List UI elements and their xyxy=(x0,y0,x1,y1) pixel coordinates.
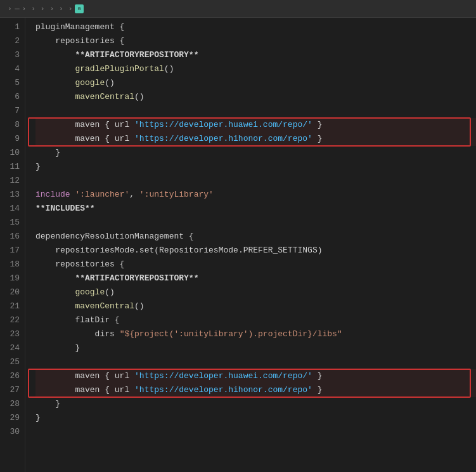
code-line-19: **ARTIFACTORYREPOSITORY** xyxy=(35,272,476,285)
line-num-13: 13 xyxy=(0,188,25,202)
code-line-30 xyxy=(35,425,476,439)
line-num-28: 28 xyxy=(0,397,25,411)
line-num-4: 4 xyxy=(0,62,25,76)
line-num-22: 22 xyxy=(0,313,25,327)
code-line-25 xyxy=(35,355,476,369)
breadcrumb-placeholder xyxy=(15,8,20,10)
code-line-21: mavenCentral() xyxy=(35,299,476,313)
code-line-26: maven { url 'https://developer.huawei.co… xyxy=(35,369,476,383)
code-line-15 xyxy=(35,216,476,230)
breadcrumb-file: G xyxy=(75,4,86,13)
line-num-27: 27 xyxy=(0,383,25,397)
code-line-12 xyxy=(35,174,476,188)
line-num-15: 15 xyxy=(0,216,25,230)
breadcrumb-sep-4: › xyxy=(49,5,54,13)
code-line-16: dependencyResolutionManagement { xyxy=(35,230,476,244)
code-area[interactable]: pluginManagement { repositories { **ARTI… xyxy=(25,18,476,472)
code-line-17: repositoriesMode.set(RepositoriesMode.PR… xyxy=(35,244,476,258)
code-line-28: } xyxy=(35,397,476,411)
line-num-5: 5 xyxy=(0,76,25,90)
code-line-13: include ':launcher', ':unityLibrary' xyxy=(35,188,476,202)
code-line-23: dirs "${project(':unityLibrary').project… xyxy=(35,327,476,341)
editor-area: 1234567891011121314151617181920212223242… xyxy=(0,18,476,472)
breadcrumb-sep-5: › xyxy=(59,5,63,13)
breadcrumb-sep-3: › xyxy=(41,5,45,13)
line-num-30: 30 xyxy=(0,425,25,439)
code-line-9: maven { url 'https://developer.hihonor.c… xyxy=(35,132,476,146)
breadcrumb-sep-1: › xyxy=(22,5,27,13)
code-line-1: pluginManagement { xyxy=(35,20,476,34)
code-line-27: maven { url 'https://developer.hihonor.c… xyxy=(35,383,476,397)
code-line-11: } xyxy=(35,160,476,174)
breadcrumb-sep-6: › xyxy=(68,5,73,13)
line-num-20: 20 xyxy=(0,285,25,299)
line-num-21: 21 xyxy=(0,299,25,313)
line-num-7: 7 xyxy=(0,104,25,118)
line-numbers: 1234567891011121314151617181920212223242… xyxy=(0,18,25,472)
line-num-19: 19 xyxy=(0,272,25,285)
breadcrumb-sep-0: › xyxy=(8,5,12,13)
line-num-2: 2 xyxy=(0,34,25,48)
line-num-29: 29 xyxy=(0,411,25,425)
code-line-2: repositories { xyxy=(35,34,476,48)
line-num-1: 1 xyxy=(0,20,25,34)
code-line-6: mavenCentral() xyxy=(35,90,476,104)
code-line-22: flatDir { xyxy=(35,313,476,327)
line-num-26: 26 xyxy=(0,369,25,383)
line-num-14: 14 xyxy=(0,202,25,216)
code-line-29: } xyxy=(35,411,476,425)
line-num-18: 18 xyxy=(0,258,25,272)
line-num-25: 25 xyxy=(0,355,25,369)
line-num-24: 24 xyxy=(0,341,25,355)
line-num-10: 10 xyxy=(0,146,25,160)
line-num-17: 17 xyxy=(0,244,25,258)
line-num-23: 23 xyxy=(0,327,25,341)
line-num-3: 3 xyxy=(0,48,25,62)
code-line-20: google() xyxy=(35,285,476,299)
code-line-5: google() xyxy=(35,76,476,90)
breadcrumb-sep-2: › xyxy=(31,5,35,13)
gradle-file-icon: G xyxy=(75,4,84,13)
code-line-14: **INCLUDES** xyxy=(35,202,476,216)
code-line-18: repositories { xyxy=(35,258,476,272)
code-line-7 xyxy=(35,104,476,118)
code-line-4: gradlePluginPortal() xyxy=(35,62,476,76)
code-line-3: **ARTIFACTORYREPOSITORY** xyxy=(35,48,476,62)
breadcrumb-bar: › › › › › › › G xyxy=(0,0,476,18)
line-num-11: 11 xyxy=(0,160,25,174)
line-num-6: 6 xyxy=(0,90,25,104)
line-num-12: 12 xyxy=(0,174,25,188)
code-line-10: } xyxy=(35,146,476,160)
line-num-16: 16 xyxy=(0,230,25,244)
code-line-24: } xyxy=(35,341,476,355)
line-num-8: 8 xyxy=(0,118,25,132)
line-num-9: 9 xyxy=(0,132,25,146)
code-line-8: maven { url 'https://developer.huawei.co… xyxy=(35,118,476,132)
